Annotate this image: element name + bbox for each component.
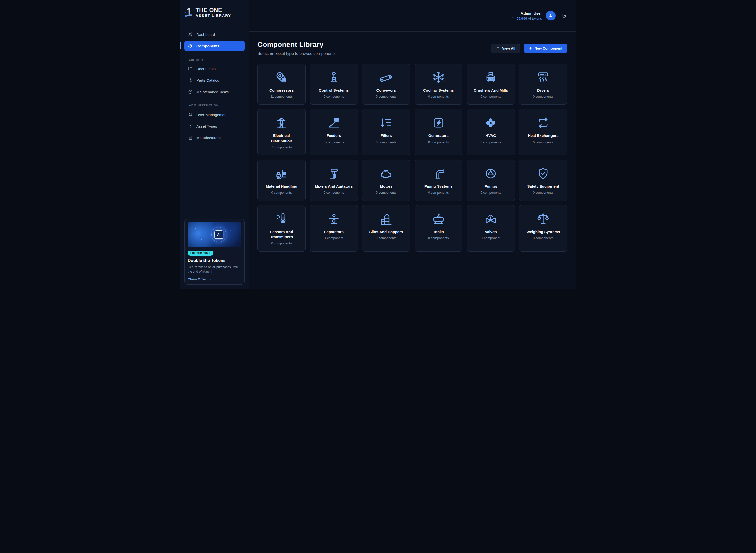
folder-icon — [188, 66, 193, 71]
feeder-icon — [327, 116, 341, 130]
component-card-count: 0 components — [533, 140, 554, 144]
component-card-compressors[interactable]: Compressors 11 components — [258, 64, 306, 105]
component-card-name: Weighing Systems — [526, 229, 560, 234]
new-component-label: New Component — [535, 47, 562, 51]
top-bar: Admin User 99,999 AI tokens — [249, 0, 576, 31]
component-card-name: Valves — [485, 229, 497, 234]
component-card-count: 11 components — [270, 95, 292, 98]
conveyor-icon — [379, 71, 393, 84]
chip-icon — [188, 44, 193, 49]
dryer-icon — [536, 71, 550, 84]
component-card-motors[interactable]: Motors 0 components — [362, 160, 410, 201]
component-card-electrical-distribution[interactable]: Electrical Distribution 7 components — [258, 109, 306, 155]
component-card-name: Conveyors — [376, 88, 396, 93]
sidebar: 1 THE ONE ASSET LIBRARY Dashboard Compon… — [180, 0, 249, 289]
component-card-name: Heat Exchangers — [528, 133, 559, 138]
component-card-feeders[interactable]: Feeders 0 components — [310, 109, 358, 155]
component-card-mixers-and-agitators[interactable]: Mixers And Agitators 0 components — [310, 160, 358, 201]
power-tower-icon — [275, 116, 288, 130]
sidebar-item-components[interactable]: Components — [184, 41, 245, 51]
sidebar-item-label: User Management — [196, 112, 227, 117]
component-card-separators[interactable]: Separators 1 component — [310, 205, 358, 251]
logout-icon — [562, 13, 567, 18]
component-card-material-handling[interactable]: Material Handling 0 components — [258, 160, 306, 201]
promo-image: AI — [188, 222, 241, 247]
component-card-name: Generators — [429, 133, 449, 138]
avatar[interactable] — [546, 11, 556, 20]
component-card-silos-and-hoppers[interactable]: Silos And Hoppers 0 components — [362, 205, 410, 251]
component-card-name: Dryers — [537, 88, 549, 93]
promo-card: AI LIMITED TIME Double the Tokens Get 2x… — [184, 219, 245, 285]
component-card-heat-exchangers[interactable]: Heat Exchangers 0 components — [519, 109, 567, 155]
gear-icon — [188, 78, 193, 83]
fan-icon — [484, 116, 497, 130]
component-card-conveyors[interactable]: Conveyors 0 components — [362, 64, 410, 105]
tank-icon — [432, 212, 445, 226]
sidebar-nav: Dashboard Components LIBRARY Documents P… — [180, 29, 249, 144]
component-card-cooling-systems[interactable]: Cooling Systems 0 components — [414, 64, 463, 105]
component-card-count: 0 components — [428, 236, 449, 240]
component-card-name: Electrical Distribution — [263, 133, 300, 144]
user-block: Admin User 99,999 AI tokens — [511, 11, 542, 20]
sidebar-item-label: Documents — [196, 67, 216, 71]
swap-arrows-icon — [536, 116, 550, 130]
component-card-name: Cooling Systems — [423, 88, 454, 93]
pump-icon — [484, 167, 497, 180]
sidebar-item-label: Components — [196, 44, 220, 48]
component-card-name: Mixers And Agitators — [315, 184, 353, 189]
mixer-icon — [327, 167, 341, 180]
component-card-count: 0 components — [376, 191, 396, 194]
new-component-button[interactable]: New Component — [524, 44, 567, 53]
component-card-dryers[interactable]: Dryers 0 components — [519, 64, 567, 105]
token-icon — [511, 17, 515, 20]
brand-logo: 1 THE ONE ASSET LIBRARY — [180, 0, 249, 25]
list-icon — [496, 47, 500, 50]
component-card-count: 0 components — [480, 191, 501, 194]
component-card-count: 0 components — [323, 95, 344, 98]
sidebar-item-maintenance-tasks[interactable]: Maintenance Tasks — [184, 87, 245, 97]
component-card-valves[interactable]: Valves 1 component — [467, 205, 515, 251]
arrow-right-icon: → — [208, 277, 212, 281]
sidebar-item-dashboard[interactable]: Dashboard — [184, 29, 245, 40]
engine-icon — [379, 167, 393, 180]
sidebar-section-library: LIBRARY — [184, 53, 245, 64]
component-card-count: 0 components — [323, 140, 344, 144]
component-card-hvac[interactable]: HVAC 0 components — [467, 109, 515, 155]
content-header: Component Library Select an asset type t… — [258, 41, 567, 56]
sidebar-item-documents[interactable]: Documents — [184, 64, 245, 74]
component-card-count: 0 components — [480, 140, 501, 144]
snowflake-icon — [432, 71, 445, 84]
sidebar-item-label: Dashboard — [196, 32, 215, 36]
component-card-tanks[interactable]: Tanks 0 components — [414, 205, 463, 251]
pyramid-icon — [188, 124, 193, 129]
component-card-name: HVAC — [486, 133, 496, 138]
page-title: Component Library — [258, 41, 336, 49]
component-card-name: Compressors — [269, 88, 294, 93]
component-card-crushers-and-mills[interactable]: Crushers And Mills 0 components — [467, 64, 515, 105]
component-card-sensors-and-transmitters[interactable]: Sensors And Transmitters 0 components — [258, 205, 306, 251]
component-card-piping-systems[interactable]: Piping Systems 0 components — [414, 160, 463, 201]
component-card-pumps[interactable]: Pumps 0 components — [467, 160, 515, 201]
component-card-name: Silos And Hoppers — [369, 229, 403, 234]
claim-offer-label: Claim Offer — [188, 277, 206, 281]
claim-offer-link[interactable]: Claim Offer → — [188, 277, 211, 281]
component-card-count: 0 components — [480, 95, 501, 98]
component-card-name: Feeders — [326, 133, 341, 138]
sidebar-item-manufacturers[interactable]: Manufacturers — [184, 133, 245, 143]
token-balance-label: 99,999 AI tokens — [516, 17, 542, 20]
component-card-safety-equipment[interactable]: Safety Equipment 0 components — [519, 160, 567, 201]
limited-time-badge: LIMITED TIME — [188, 250, 213, 255]
logout-button[interactable] — [562, 13, 567, 18]
component-card-weighing-systems[interactable]: Weighing Systems 0 components — [519, 205, 567, 251]
component-card-generators[interactable]: Generators 0 components — [414, 109, 463, 155]
view-all-label: View All — [502, 47, 515, 51]
component-card-control-systems[interactable]: Control Systems 0 components — [310, 64, 358, 105]
sidebar-item-parts-catalog[interactable]: Parts Catalog — [184, 75, 245, 85]
sidebar-item-user-management[interactable]: User Management — [184, 109, 245, 120]
filter-lines-icon — [379, 116, 393, 130]
sidebar-item-asset-types[interactable]: Asset Types — [184, 121, 245, 131]
sidebar-item-label: Parts Catalog — [196, 78, 219, 82]
dashboard-icon — [188, 32, 193, 37]
component-card-filters[interactable]: Filters 0 components — [362, 109, 410, 155]
view-all-button[interactable]: View All — [491, 44, 520, 53]
